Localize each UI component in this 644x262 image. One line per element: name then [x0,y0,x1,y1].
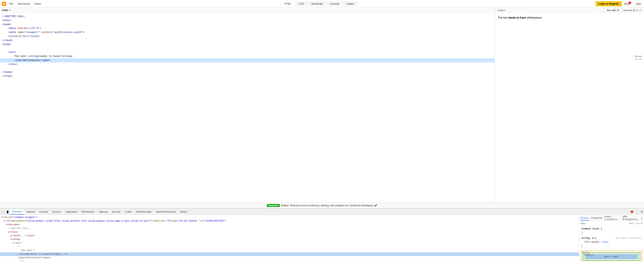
dom-line: ▶<head>...</head> [0,234,579,238]
devtools-more-icon[interactable]: ⋮ [634,210,639,214]
sp-tab-styles[interactable]: Styles [580,216,589,221]
logo-icon: JS [2,2,6,6]
dom-line: "," [0,260,579,262]
code-line: </body> [0,70,494,74]
code-line [0,66,494,70]
box-model: margin - border - padding - auto × auto [579,249,644,262]
output-content: The text needs to have whitespaces. [495,13,644,202]
code-line: </div> [0,62,494,66]
dt-tab-editthiscookie[interactable]: EditThisCookie [134,209,154,214]
supporter-badge: Supporter [267,204,280,207]
dom-tree[interactable]: ▼<div id="sandbox-wrapper"> ▼<iframe san… [0,215,579,262]
dt-tab-react-performance[interactable]: React Performance [154,209,178,214]
topbar-right: Login or Register Blog1 Help [596,1,642,6]
code-line: <head> [0,22,494,27]
devtools-panel: ⬚ 📱 Elements Network Console Sources App… [0,208,644,262]
devtools-right-controls: 1 ⋮ ✕ [630,210,643,214]
autorun-expand-icon[interactable]: ⤢ [639,9,641,12]
blog-badge: 1 [629,1,631,4]
output-text-bold: needs to have [508,16,526,19]
styles-panel-more-icon[interactable]: » [641,217,642,220]
dom-line: <!DOCTYPE html> [0,227,579,230]
tab-css[interactable]: CSS [295,1,308,6]
autorun-label: Auto-run JS [623,9,636,12]
devtools-device-icon[interactable]: 📱 [5,210,10,214]
sp-tab-event-listeners[interactable]: Event Listeners [604,215,620,222]
sp-tab-dom-breakpoints[interactable]: DOM Breakpoints [623,215,639,222]
editor-lang-label: HTML [2,9,8,12]
editor-output-area: HTML ▼ <!DOCTYPE html> <html> <head> <me… [0,8,644,202]
editor-lang-arrow[interactable]: ▼ [9,9,11,11]
share-button[interactable]: Share [33,1,42,6]
styles-cls-button[interactable]: .cls [634,222,640,225]
styles-panel-tabs: Styles Computed Event Listeners DOM Brea… [579,216,644,221]
code-line: <html> [0,18,494,22]
topbar: JS File Add library Share HTML CSS JavaS… [0,0,644,8]
dt-tab-network[interactable]: Network [24,209,37,214]
tab-console[interactable]: Console [326,1,343,6]
dt-tab-audits[interactable]: Audits [123,209,134,214]
styles-hov-button[interactable]: :hov [628,222,633,225]
html-editor-panel: HTML ▼ <!DOCTYPE html> <html> <head> <me… [0,8,494,202]
code-line: <span>whitespaces</span>. [0,58,494,62]
dom-line: ▼<body> [0,238,579,241]
styles-add-rule-button[interactable]: + [640,222,642,225]
svg-text:JS: JS [2,3,5,5]
editor-tabs: HTML CSS JavaScript Console Output [281,1,358,6]
file-menu-button[interactable]: File [8,1,15,6]
styles-filter-input[interactable] [580,222,627,225]
box-padding-label: padding [585,254,593,257]
code-line: <div> [0,50,494,54]
code-line: </html> [0,74,494,78]
devtools-close-icon[interactable]: ✕ [640,210,643,214]
main-wrapper: HTML ▼ <!DOCTYPE html> <html> <head> <me… [0,8,644,262]
help-button[interactable]: Help [634,1,642,6]
tab-html[interactable]: HTML [281,1,295,6]
dom-line: ▼<iframe sandbox="allow-modals allow-for… [0,219,579,223]
output-text-before: The text [498,16,508,19]
code-line: <meta name="viewport" content="width=dev… [0,30,494,34]
dom-line: ▼<div id="sandbox-wrapper"> [0,216,579,219]
dt-tab-console[interactable]: Console [37,209,50,214]
dt-tab-redux[interactable]: Redux [178,209,190,214]
devtools-tabs: ⬚ 📱 Elements Network Console Sources App… [0,209,644,215]
rollbar-text: Rollbar: Real-time error monitoring, ale… [281,204,377,207]
styles-panel: Styles Computed Event Listeners DOM Brea… [579,215,644,262]
autorun-toggle[interactable]: Auto-run JS ▼ ⤢ [623,9,641,12]
dt-tab-sources[interactable]: Sources [50,209,63,214]
dt-tab-security[interactable]: Security [110,209,123,214]
code-line [0,46,494,50]
dt-tab-memory[interactable]: Memory [97,209,110,214]
box-center-value: auto × auto [604,256,618,258]
bin-info-time: just now [635,58,642,60]
tab-javascript[interactable]: JavaScript [308,1,326,6]
devtools-error-badge: 1 [630,211,634,213]
dom-line: ▼#document [0,223,579,227]
add-library-button[interactable]: Add library [16,1,31,6]
blog-button[interactable]: Blog1 [623,1,633,6]
devtools-inspect-icon[interactable]: ⬚ [1,210,5,214]
rollbar-banner[interactable]: Supporter Rollbar: Real-time error monit… [0,202,644,208]
code-line: </head> [0,38,494,42]
dom-line: ▼<div> [0,241,579,245]
dom-line: ▼<html> [0,230,579,234]
code-line: <title>JS Bin</title> [0,34,494,38]
dom-line: <span>whitespaces</span> [0,256,579,260]
output-header-label: Output [498,9,505,12]
output-panel: Output Run with JS Auto-run JS ▼ ⤢ The t… [494,8,644,202]
bin-info[interactable]: Bin info just now [632,54,644,61]
dt-tab-application[interactable]: Application [63,209,79,214]
bin-info-label: Bin info [635,55,642,57]
run-controls: Output Run with JS Auto-run JS ▼ ⤢ [495,8,644,13]
style-rule-element: element.style { } [579,226,644,236]
code-editor[interactable]: <!DOCTYPE html> <html> <head> <meta char… [0,13,494,202]
dom-line-selected: ...<strong>needs to have</strong> == $0 [0,253,579,256]
dt-tab-performance[interactable]: Performance [79,209,97,214]
login-register-button[interactable]: Login or Register [596,1,622,6]
sp-tab-computed[interactable]: Computed [591,216,602,221]
run-with-js-button[interactable]: Run with JS [605,8,622,12]
code-line: <body> [0,42,494,46]
tab-output[interactable]: Output [343,1,358,6]
autorun-arrow: ▼ [636,9,638,11]
dt-tab-elements[interactable]: Elements [10,209,24,215]
